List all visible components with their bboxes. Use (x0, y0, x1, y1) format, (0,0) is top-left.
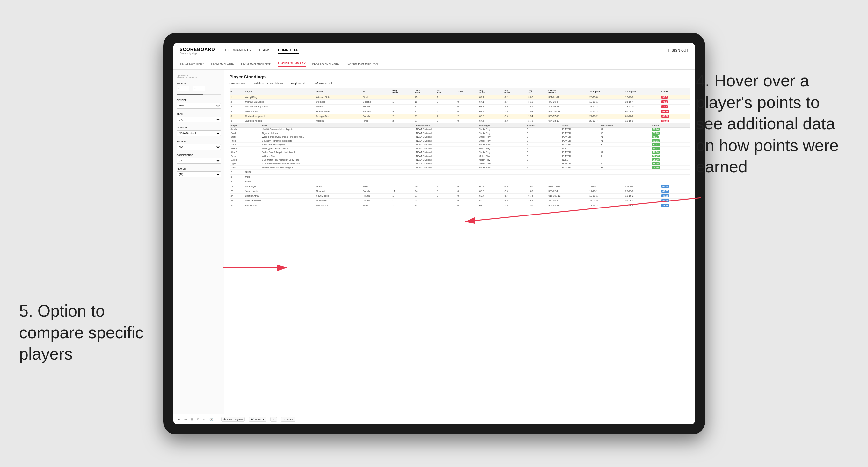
sub-cell-division: NCAA Division I (415, 165, 477, 169)
copy-icon[interactable]: ⧉ (197, 417, 199, 421)
sub-cell-type: Stroke Play (478, 165, 526, 169)
cell-points[interactable]: 39.95 (660, 198, 689, 203)
cell-yr: Fourth (362, 104, 391, 109)
cell-adj: 68.7 (478, 184, 502, 189)
view-original-label: View: Original (227, 418, 243, 421)
annotation-left: 5. Option to compare specific players (19, 300, 153, 365)
sub-nav-player-summary[interactable]: PLAYER SUMMARY (278, 61, 306, 67)
player-standings-table: # Player School Yr RegRank ConfRank NoRd… (229, 88, 690, 208)
share-icon: ↗ (283, 418, 285, 421)
nav-items: TOURNAMENTS TEAMS COMMITTEE (225, 47, 668, 54)
cell-vs50: 33-38-2 (624, 198, 660, 203)
gender-select[interactable]: Men Women (177, 103, 221, 109)
filter-division-label: Division: (253, 82, 264, 85)
cell-yr: First (362, 119, 391, 123)
cell-points[interactable]: 70.1 (660, 104, 689, 109)
cell-points[interactable]: 58.18 (660, 119, 689, 123)
sub-nav-player-h2h-heatmap[interactable]: PLAYER H2H HEATMAP (345, 61, 379, 67)
sub-cell-rank: +1 (599, 165, 650, 169)
region-select[interactable]: N/A (177, 144, 221, 150)
cell-points[interactable]: 40.02 (660, 193, 689, 198)
sub-nav-player-h2h-grid[interactable]: PLAYER H2H GRID (312, 61, 339, 67)
clock-icon[interactable]: 🕐 (210, 417, 213, 421)
conference-select[interactable]: (All) (177, 158, 221, 163)
cell-yr: Fourth (362, 198, 391, 203)
sub-cell-type: Stroke Play (478, 143, 526, 146)
annotation-right: 4. Hover over a player's points to see a… (696, 70, 849, 178)
grid-icon[interactable]: ⊞ (191, 417, 193, 421)
sign-out-button[interactable]: Sign out (672, 48, 688, 54)
nav-teams[interactable]: TEAMS (258, 47, 270, 54)
undo-icon[interactable]: ↩ (178, 417, 180, 421)
cell-points[interactable]: 76.3 (660, 99, 689, 104)
sub-nav-team-summary[interactable]: TEAM SUMMARY (180, 61, 204, 67)
cell-points[interactable]: 68.94 (660, 109, 689, 114)
more-icon[interactable]: ··· (203, 417, 206, 421)
sub-col-division: Event Division (415, 124, 477, 127)
cell-points[interactable]: 38.49 (660, 203, 689, 208)
logo-area: SCOREBOARD Powered by clipp (180, 47, 215, 54)
cell-rds: 0 (436, 198, 456, 203)
table-row: 22 Ian Gilligan Florida Third 10 24 1 0 … (229, 184, 690, 189)
sub-cell-division: NCAA Division I (415, 154, 477, 158)
sub-cell-player: Breni (229, 135, 261, 139)
sub-cell-player: David (229, 154, 261, 158)
sidebar-no-rds: No Rds. - (177, 82, 221, 95)
table-row: 9 Prest (229, 179, 690, 184)
sub-cell-rank: +1 (599, 135, 650, 139)
cell-rank: 1 (229, 95, 244, 99)
sub-cell-division: NCAA Division I (415, 127, 477, 131)
cell-wins: 1 (456, 95, 478, 99)
cell-yr: First (362, 95, 391, 99)
cell-par: -3.2 (502, 95, 527, 99)
sub-nav-team-h2h-heatmap[interactable]: TEAM H2H HEATMAP (241, 61, 271, 67)
view-original-button[interactable]: 👁 View: Original (221, 417, 245, 422)
cell-school: Arizona State (315, 95, 362, 99)
bottom-toolbar: ↩ ↪ ⊞ ⧉ ··· 🕐 👁 View: Original 👀 Watch ▾… (174, 414, 695, 424)
sub-table-row: Prich Southern Highlands Collegiate NCAA… (229, 139, 690, 143)
sub-cell-points: 73.31 (650, 139, 689, 143)
cell-vs50: 23-22-0 (624, 104, 660, 109)
cell-points[interactable]: 60.89 (660, 114, 689, 119)
cell-points[interactable]: 40.27 (660, 189, 689, 193)
cell-conf: 27 (413, 109, 436, 114)
cell-par: -1.6 (502, 203, 527, 208)
no-rds-slider[interactable] (177, 94, 221, 95)
redo-icon[interactable]: ↪ (184, 417, 187, 421)
watch-button[interactable]: 👀 Watch ▾ (249, 417, 267, 422)
filter-division-value: NCAA Division I (266, 82, 285, 85)
sub-cell-status: PLAYED (561, 131, 599, 135)
sub-nav-team-h2h-grid[interactable]: TEAM H2H GRID (210, 61, 234, 67)
col-wins: Wins (456, 88, 478, 95)
sub-cell-type: Stroke Play (478, 150, 526, 154)
year-select[interactable]: (All) (177, 117, 221, 122)
cell-reg: 10 (391, 184, 413, 189)
nav-committee[interactable]: COMMITTEE (278, 47, 299, 54)
col-sg: AvgSG (527, 88, 547, 95)
cell-yr: Fourth (362, 114, 391, 119)
no-rds-from-input[interactable] (177, 86, 189, 91)
sub-cell-division: NCAA Division I (415, 158, 477, 162)
cell-rank: 22 (229, 184, 244, 189)
division-select[interactable]: NCAA Division I (177, 130, 221, 136)
share-button[interactable]: ↗ Share (281, 417, 295, 422)
player-select[interactable]: (All) (177, 172, 221, 177)
cell-points[interactable]: 98.2 (660, 95, 689, 99)
top-nav: SCOREBOARD Powered by clipp TOURNAMENTS … (174, 43, 695, 58)
no-rds-to-input[interactable] (192, 86, 205, 91)
table-row: 4 Luke Claton Florida State Second 5 27 … (229, 109, 690, 114)
cell-empty (315, 179, 689, 184)
nav-tournaments[interactable]: TOURNAMENTS (225, 47, 251, 54)
cell-vs50: 61-20-2 (624, 114, 660, 119)
main-content: Update time: 27/01/2024 16:56:26 No Rds.… (174, 70, 695, 414)
cell-rds: 0 (436, 189, 456, 193)
filter-gender-value: Men (241, 82, 246, 85)
cell-points[interactable]: 40.58 (660, 184, 689, 189)
cell-empty (315, 175, 689, 179)
cell-player: Mats (244, 175, 315, 179)
cell-sg: 1.65 (527, 198, 547, 203)
sub-cell-event: Mirobel Maui Jim Intercollegiate (261, 165, 415, 169)
cell-wins: 0 (456, 119, 478, 123)
sub-cell-rounds: 3 (526, 154, 561, 158)
export-button[interactable]: ↗ (270, 417, 277, 422)
